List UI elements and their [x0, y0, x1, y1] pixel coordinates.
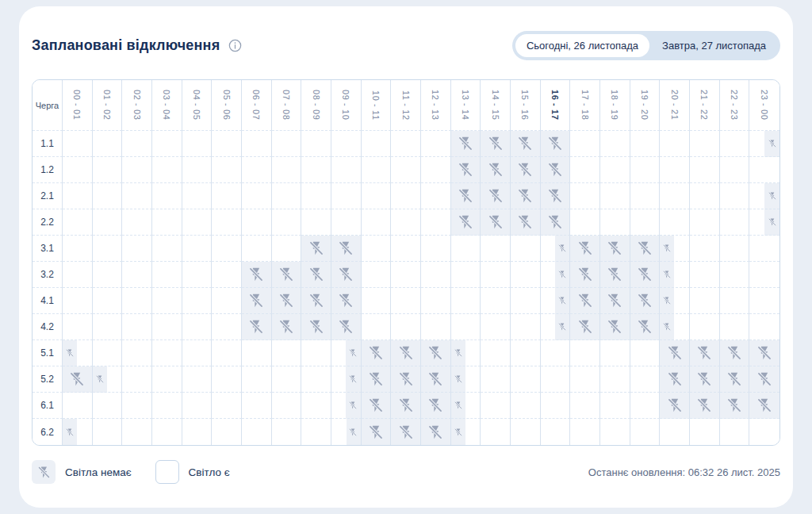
- schedule-cell: [212, 183, 242, 209]
- no-power-icon: [577, 267, 593, 282]
- schedule-cell: [122, 183, 152, 209]
- schedule-cell: [272, 157, 302, 183]
- no-power-icon: [69, 371, 85, 387]
- schedule-cell: [182, 209, 213, 236]
- schedule-cell: [242, 183, 272, 209]
- no-power-icon: [454, 401, 462, 410]
- no-power-icon: [349, 375, 358, 384]
- tab-tomorrow[interactable]: Завтра, 27 листопада: [651, 34, 777, 57]
- no-power-icon: [756, 397, 772, 413]
- schedule-cell: [421, 314, 451, 340]
- schedule-cell: [63, 393, 93, 419]
- footer-bar: Світла немає Світло є Останнє оновлення:…: [32, 460, 780, 484]
- schedule-cell: [749, 393, 779, 419]
- schedule-cell: [749, 314, 779, 340]
- no-power-icon: [308, 319, 324, 335]
- schedule-cell: [122, 288, 152, 314]
- hour-header: 03 - 04: [152, 80, 182, 131]
- schedule-cell: [451, 366, 481, 393]
- schedule-cell: [720, 157, 750, 183]
- no-power-icon: [458, 214, 473, 230]
- schedule-cell: [272, 131, 302, 157]
- schedule-cell: [93, 209, 123, 236]
- schedule-cell: [690, 183, 720, 209]
- schedule-cell: [660, 366, 690, 393]
- schedule-cell: [242, 366, 272, 393]
- page-title: Заплановані відключення: [32, 37, 220, 54]
- schedule-cell: [391, 236, 421, 262]
- schedule-cell: [212, 419, 242, 445]
- schedule-cell: [63, 419, 93, 445]
- tab-today[interactable]: Сьогодні, 26 листопада: [515, 34, 649, 57]
- schedule-cell: [331, 366, 362, 393]
- hour-header: 07 - 08: [272, 80, 302, 131]
- schedule-cell: [391, 183, 421, 209]
- hour-header-label: 09 - 10: [341, 90, 350, 120]
- no-power-icon: [427, 345, 443, 361]
- schedule-cell: [749, 209, 779, 236]
- schedule-cell: [541, 288, 571, 314]
- schedule-cell: [451, 157, 481, 183]
- schedule-cell: [690, 131, 720, 157]
- schedule-cell: [570, 157, 600, 183]
- hour-header: 08 - 09: [301, 80, 331, 131]
- schedule-cell: [541, 366, 571, 393]
- legend-item-power: Світло є: [155, 460, 230, 484]
- no-power-icon: [558, 323, 567, 332]
- schedule-cell: [451, 262, 481, 288]
- hour-header-label: 06 - 07: [251, 90, 261, 120]
- no-power-icon: [696, 345, 712, 361]
- no-power-icon: [663, 323, 672, 332]
- schedule-cell: [362, 366, 392, 393]
- schedule-cell: [720, 183, 750, 209]
- schedule-cell: [690, 340, 720, 366]
- hour-header: 22 - 23: [720, 80, 750, 131]
- schedule-cell: [511, 131, 541, 157]
- schedule-cell: [660, 262, 690, 288]
- schedule-cell: [152, 157, 182, 183]
- schedule-cell: [660, 131, 690, 157]
- schedule-cell: [212, 366, 242, 393]
- schedule-cell: [301, 393, 331, 419]
- no-power-icon: [663, 270, 672, 279]
- schedule-cell: [630, 209, 661, 236]
- schedule-cell: [481, 236, 511, 262]
- schedule-cell: [301, 209, 331, 236]
- schedule-cell: [301, 262, 331, 288]
- schedule-cell: [331, 288, 362, 314]
- schedule-cell: [570, 131, 600, 157]
- schedule-cell: [362, 131, 392, 157]
- schedule-cell: [182, 236, 213, 262]
- no-power-icon: [398, 345, 414, 361]
- schedule-cell: [541, 419, 571, 445]
- schedule-cell: [152, 209, 182, 236]
- schedule-cell: [749, 157, 779, 183]
- hour-header-label: 23 - 00: [760, 90, 769, 120]
- schedule-cell: [391, 157, 421, 183]
- schedule-cell: [720, 393, 750, 419]
- schedule-cell: [93, 183, 123, 209]
- schedule-cell: [122, 236, 152, 262]
- schedule-cell: [93, 393, 123, 419]
- queue-label: 3.1: [33, 236, 63, 262]
- schedule-cell: [570, 236, 600, 262]
- no-power-icon: [667, 371, 683, 387]
- schedule-cell: [481, 393, 511, 419]
- schedule-cell: [391, 209, 421, 236]
- no-power-icon: [607, 293, 622, 309]
- hour-header-label: 20 - 21: [670, 90, 680, 120]
- schedule-cell: [451, 288, 481, 314]
- schedule-cell: [331, 393, 362, 419]
- hour-header-label: 16 - 17: [550, 90, 560, 120]
- schedule-cell: [63, 157, 93, 183]
- schedule-cell: [362, 236, 392, 262]
- hour-header: 18 - 19: [600, 80, 630, 131]
- schedule-cell: [660, 288, 690, 314]
- info-icon[interactable]: [228, 38, 243, 53]
- schedule-cell: [122, 131, 152, 157]
- schedule-cell: [212, 393, 242, 419]
- schedule-cell: [570, 183, 600, 209]
- schedule-cell: [391, 288, 421, 314]
- schedule-cell: [600, 183, 630, 209]
- schedule-cell: [421, 209, 451, 236]
